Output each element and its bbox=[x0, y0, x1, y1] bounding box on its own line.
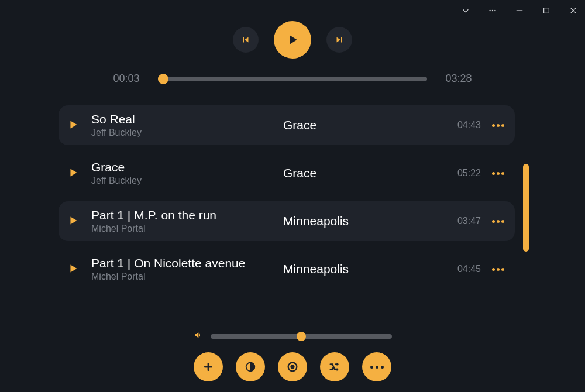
track-more-icon[interactable] bbox=[481, 172, 504, 175]
track-row[interactable]: So Real Jeff Buckley Grace 04:43 bbox=[58, 105, 515, 145]
volume-slider[interactable] bbox=[211, 334, 392, 339]
track-row[interactable]: Part 1 | On Nicolette avenue Michel Port… bbox=[58, 249, 515, 289]
track-info: So Real Jeff Buckley bbox=[91, 112, 278, 138]
volume-icon[interactable] bbox=[193, 331, 202, 342]
track-row[interactable]: Grace Jeff Buckley Grace 05:22 bbox=[58, 153, 515, 193]
track-duration: 03:47 bbox=[446, 216, 481, 226]
track-title: Grace bbox=[91, 160, 278, 174]
track-title: Part 1 | M.P. on the run bbox=[91, 208, 278, 222]
more-button[interactable] bbox=[362, 352, 391, 381]
play-icon[interactable] bbox=[67, 166, 81, 180]
play-icon[interactable] bbox=[67, 118, 81, 132]
track-album: Grace bbox=[278, 118, 446, 132]
track-album: Minneapolis bbox=[278, 262, 446, 276]
svg-point-2 bbox=[494, 10, 495, 11]
track-album: Minneapolis bbox=[278, 214, 446, 228]
total-time-label: 03:28 bbox=[441, 73, 476, 85]
svg-point-9 bbox=[291, 365, 294, 369]
next-button[interactable] bbox=[326, 27, 352, 53]
track-artist: Jeff Buckley bbox=[91, 128, 278, 138]
track-more-icon[interactable] bbox=[481, 268, 504, 271]
track-more-icon[interactable] bbox=[481, 220, 504, 223]
track-row[interactable]: Part 1 | M.P. on the run Michel Portal M… bbox=[58, 201, 515, 241]
track-info: Part 1 | On Nicolette avenue Michel Port… bbox=[91, 256, 278, 282]
track-title: So Real bbox=[91, 112, 278, 126]
svg-point-1 bbox=[492, 10, 493, 11]
play-button[interactable] bbox=[274, 21, 311, 59]
track-artist: Michel Portal bbox=[91, 271, 278, 282]
seek-thumb[interactable] bbox=[158, 74, 168, 84]
current-time-label: 00:03 bbox=[109, 73, 144, 85]
track-duration: 04:45 bbox=[446, 264, 481, 274]
track-info: Part 1 | M.P. on the run Michel Portal bbox=[91, 208, 278, 234]
window-more-icon[interactable] bbox=[486, 4, 500, 18]
bottom-toolbar bbox=[0, 352, 585, 381]
seek-slider[interactable] bbox=[158, 77, 427, 81]
track-artist: Jeff Buckley bbox=[91, 176, 278, 186]
transport-controls bbox=[0, 21, 585, 59]
dropdown-icon[interactable] bbox=[459, 4, 473, 18]
track-artist: Michel Portal bbox=[91, 223, 278, 234]
track-more-icon[interactable] bbox=[481, 124, 504, 127]
playlist: So Real Jeff Buckley Grace 04:43 Grace J… bbox=[58, 105, 515, 289]
track-duration: 04:43 bbox=[446, 120, 481, 130]
previous-button[interactable] bbox=[233, 27, 259, 53]
svg-rect-4 bbox=[544, 8, 549, 13]
volume-row bbox=[0, 331, 585, 342]
track-info: Grace Jeff Buckley bbox=[91, 160, 278, 186]
play-icon[interactable] bbox=[67, 214, 81, 228]
track-duration: 05:22 bbox=[446, 168, 481, 178]
volume-thumb[interactable] bbox=[297, 332, 306, 341]
record-button[interactable] bbox=[278, 352, 307, 381]
scrollbar-thumb[interactable] bbox=[523, 164, 529, 252]
svg-point-0 bbox=[489, 10, 490, 11]
play-icon[interactable] bbox=[67, 262, 81, 276]
minimize-icon[interactable] bbox=[512, 4, 526, 18]
track-album: Grace bbox=[278, 166, 446, 180]
window-controls bbox=[459, 2, 580, 19]
track-title: Part 1 | On Nicolette avenue bbox=[91, 256, 278, 270]
close-icon[interactable] bbox=[566, 4, 580, 18]
seek-bar-row: 00:03 03:28 bbox=[0, 73, 585, 85]
add-button[interactable] bbox=[194, 352, 223, 381]
maximize-icon[interactable] bbox=[539, 4, 553, 18]
shuffle-button[interactable] bbox=[320, 352, 349, 381]
contrast-button[interactable] bbox=[236, 352, 265, 381]
